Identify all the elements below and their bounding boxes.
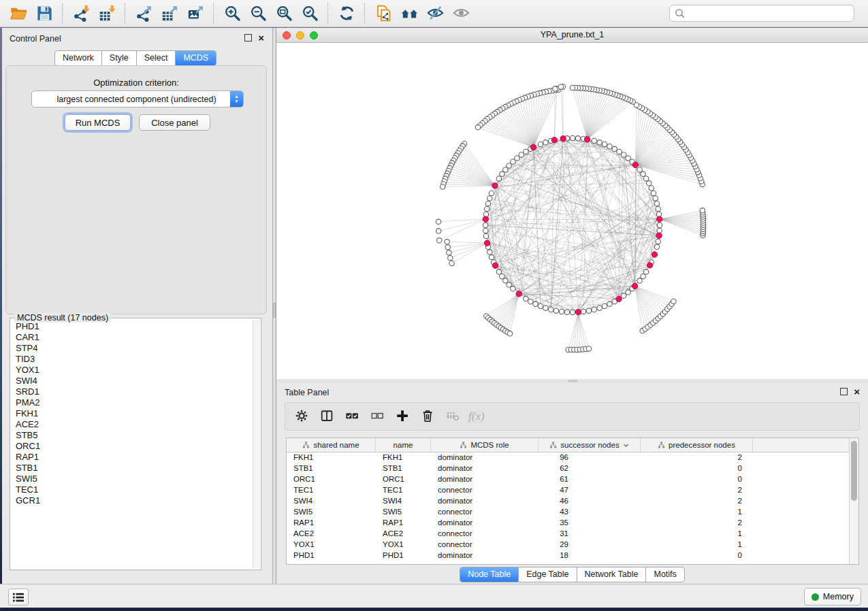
- tab-network[interactable]: Network: [55, 51, 102, 65]
- import-network-icon[interactable]: [69, 3, 93, 24]
- zoom-out-icon[interactable]: [246, 3, 270, 24]
- columns-icon[interactable]: [317, 406, 338, 427]
- duplicate-network-icon[interactable]: [372, 3, 395, 24]
- network-node[interactable]: [483, 233, 488, 238]
- network-node[interactable]: [634, 103, 639, 108]
- tab-node-table[interactable]: Node Table: [460, 567, 519, 582]
- network-node[interactable]: [483, 222, 487, 227]
- network-node[interactable]: [597, 306, 602, 310]
- float-panel-icon[interactable]: [840, 388, 848, 395]
- network-node[interactable]: [637, 278, 642, 283]
- mcds-result-node[interactable]: ACE2: [10, 419, 253, 430]
- table-row[interactable]: FKH1FKH1dominator962: [287, 452, 849, 463]
- network-node[interactable]: [586, 346, 591, 351]
- network-node[interactable]: [485, 201, 490, 206]
- network-node[interactable]: [586, 308, 591, 313]
- network-node[interactable]: [622, 293, 626, 298]
- network-node[interactable]: [445, 240, 449, 244]
- optimization-criterion-select[interactable]: largest connected component (undirected)…: [31, 90, 244, 108]
- network-node[interactable]: [654, 244, 659, 249]
- mcds-result-node[interactable]: CAR1: [10, 332, 253, 343]
- mcds-result-node[interactable]: SRD1: [10, 386, 253, 397]
- network-node[interactable]: [436, 219, 440, 224]
- mcds-hub-node[interactable]: [551, 137, 557, 143]
- task-history-button[interactable]: [8, 589, 29, 606]
- float-panel-icon[interactable]: [244, 34, 252, 42]
- table-row[interactable]: SWI5SWI5connector431: [287, 506, 849, 517]
- network-node[interactable]: [543, 140, 548, 145]
- splitter-handle[interactable]: [273, 303, 276, 318]
- mcds-hub-node[interactable]: [584, 137, 590, 142]
- table-scrollbar[interactable]: [849, 438, 858, 564]
- show-all-icon[interactable]: [449, 3, 472, 24]
- network-node[interactable]: [524, 296, 528, 301]
- network-node[interactable]: [475, 125, 480, 129]
- mcds-result-node[interactable]: STB1: [10, 463, 253, 474]
- network-node[interactable]: [607, 144, 612, 149]
- close-panel-icon[interactable]: ×: [854, 389, 860, 395]
- network-node[interactable]: [637, 167, 642, 172]
- network-node[interactable]: [524, 149, 528, 154]
- network-node[interactable]: [649, 186, 654, 191]
- tab-network-table[interactable]: Network Table: [577, 567, 647, 582]
- mcds-hub-node[interactable]: [652, 252, 657, 257]
- network-node[interactable]: [503, 167, 508, 172]
- table-row[interactable]: ORC1ORC1dominator610: [287, 474, 849, 484]
- close-panel-icon[interactable]: ×: [258, 35, 264, 41]
- network-node[interactable]: [507, 282, 511, 287]
- network-node[interactable]: [448, 255, 453, 260]
- first-neighbors-icon[interactable]: [398, 3, 421, 24]
- clear-selection-icon[interactable]: [368, 406, 388, 427]
- network-node[interactable]: [500, 171, 504, 176]
- mcds-hub-node[interactable]: [531, 144, 536, 150]
- network-node[interactable]: [575, 136, 580, 141]
- zoom-in-icon[interactable]: [221, 3, 244, 24]
- settings-icon[interactable]: [292, 406, 312, 427]
- network-node[interactable]: [607, 301, 612, 306]
- network-node[interactable]: [570, 310, 575, 314]
- result-scrollbar[interactable]: [253, 320, 260, 568]
- mcds-hub-node[interactable]: [647, 263, 652, 268]
- zoom-fit-icon[interactable]: [272, 3, 295, 24]
- network-node[interactable]: [489, 254, 494, 259]
- network-node[interactable]: [641, 171, 645, 176]
- mcds-hub-node[interactable]: [516, 291, 521, 297]
- network-node[interactable]: [558, 84, 563, 89]
- network-node[interactable]: [528, 299, 533, 304]
- network-node[interactable]: [538, 142, 543, 146]
- network-node[interactable]: [581, 309, 585, 314]
- import-table-icon[interactable]: [95, 3, 118, 24]
- scrollbar-thumb[interactable]: [851, 441, 857, 501]
- network-node[interactable]: [592, 138, 596, 143]
- network-node[interactable]: [643, 176, 648, 181]
- mcds-hub-node[interactable]: [656, 233, 662, 238]
- network-node[interactable]: [483, 228, 488, 233]
- tab-mcds[interactable]: MCDS: [176, 51, 216, 65]
- network-node[interactable]: [626, 290, 630, 295]
- table-row[interactable]: YOX1YOX1connector291: [287, 539, 849, 550]
- close-panel-button[interactable]: Close panel: [139, 114, 210, 131]
- network-node[interactable]: [602, 303, 607, 308]
- mcds-hub-node[interactable]: [632, 283, 637, 288]
- mcds-hub-node[interactable]: [483, 216, 488, 222]
- export-image-icon[interactable]: [184, 3, 207, 24]
- network-node[interactable]: [447, 250, 451, 255]
- mcds-result-node[interactable]: GCR1: [10, 495, 253, 506]
- network-node[interactable]: [549, 307, 553, 312]
- tab-edge-table[interactable]: Edge Table: [519, 567, 577, 582]
- network-node[interactable]: [487, 250, 492, 254]
- mcds-result-node[interactable]: SWI5: [10, 474, 253, 484]
- export-table-icon[interactable]: [158, 3, 181, 24]
- network-node[interactable]: [602, 142, 607, 146]
- network-node[interactable]: [519, 152, 524, 157]
- network-node[interactable]: [612, 146, 617, 151]
- search-field[interactable]: [669, 5, 854, 22]
- mcds-result-node[interactable]: PHD1: [10, 321, 253, 332]
- network-node[interactable]: [622, 152, 626, 157]
- network-node[interactable]: [700, 208, 705, 213]
- select-all-icon[interactable]: [342, 406, 363, 427]
- network-node[interactable]: [643, 269, 648, 274]
- tab-motifs[interactable]: Motifs: [646, 567, 684, 582]
- column-header-name[interactable]: name: [376, 438, 431, 452]
- network-node[interactable]: [511, 159, 515, 164]
